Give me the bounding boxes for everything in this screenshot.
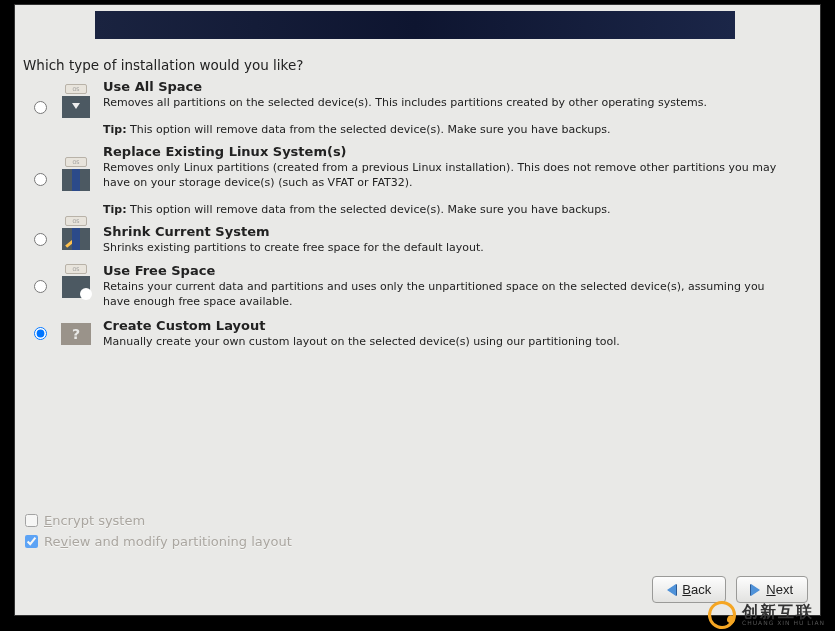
option-description: Removes all partitions on the selected d… xyxy=(103,96,790,111)
drive-icon: OS xyxy=(61,272,91,302)
navigation-buttons: Back Next xyxy=(652,576,808,603)
watermark-text-cn: 创新互联 xyxy=(742,604,825,620)
option-title: Use Free Space xyxy=(103,263,790,278)
back-button[interactable]: Back xyxy=(652,576,726,603)
option-tip: Tip: This option will remove data from t… xyxy=(103,123,790,136)
option-title: Replace Existing Linux System(s) xyxy=(103,144,790,159)
radio-custom-layout[interactable] xyxy=(34,327,47,340)
header-banner xyxy=(95,11,735,39)
arrow-left-icon xyxy=(667,584,676,596)
radio-use-free-space[interactable] xyxy=(34,280,47,293)
drive-icon: OS xyxy=(61,224,91,254)
option-replace-linux[interactable]: OS Replace Existing Linux System(s) Remo… xyxy=(25,144,790,216)
option-description: Shrinks existing partitions to create fr… xyxy=(103,241,790,256)
option-use-all-space[interactable]: OS Use All Space Removes all partitions … xyxy=(25,79,790,136)
installation-options: OS Use All Space Removes all partitions … xyxy=(25,79,790,358)
checkbox-encrypt[interactable] xyxy=(25,514,38,527)
option-title: Use All Space xyxy=(103,79,790,94)
radio-shrink[interactable] xyxy=(34,233,47,246)
drive-icon: OS xyxy=(61,165,91,195)
watermark-logo-icon xyxy=(704,597,740,631)
radio-replace-linux[interactable] xyxy=(34,173,47,186)
option-shrink[interactable]: OS Shrink Current System Shrinks existin… xyxy=(25,224,790,256)
drive-icon: OS xyxy=(61,92,91,122)
next-button[interactable]: Next xyxy=(736,576,808,603)
option-custom-layout[interactable]: ? Create Custom Layout Manually create y… xyxy=(25,318,790,350)
option-use-free-space[interactable]: OS Use Free Space Retains your current d… xyxy=(25,263,790,310)
option-description: Manually create your own custom layout o… xyxy=(103,335,790,350)
installation-type-question: Which type of installation would you lik… xyxy=(23,57,303,73)
option-tip: Tip: This option will remove data from t… xyxy=(103,203,790,216)
option-title: Create Custom Layout xyxy=(103,318,790,333)
watermark-text-en: CHUANG XIN HU LIAN xyxy=(742,620,825,626)
option-description: Removes only Linux partitions (created f… xyxy=(103,161,790,191)
radio-use-all-space[interactable] xyxy=(34,101,47,114)
option-title: Shrink Current System xyxy=(103,224,790,239)
question-icon: ? xyxy=(61,323,91,345)
review-layout-checkbox[interactable]: Review and modify partitioning layout xyxy=(25,534,292,549)
watermark: 创新互联 CHUANG XIN HU LIAN xyxy=(708,601,825,629)
option-description: Retains your current data and partitions… xyxy=(103,280,790,310)
checkbox-review[interactable] xyxy=(25,535,38,548)
installer-window: Which type of installation would you lik… xyxy=(14,4,821,616)
encrypt-system-checkbox[interactable]: Encrypt system xyxy=(25,513,292,528)
extra-options: Encrypt system Review and modify partiti… xyxy=(25,513,292,555)
arrow-right-icon xyxy=(751,584,760,596)
